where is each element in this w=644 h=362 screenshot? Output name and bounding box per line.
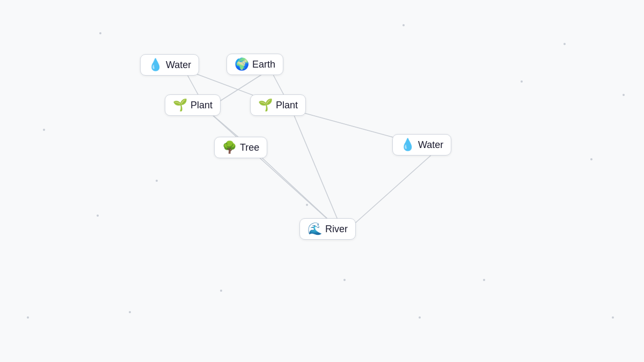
edge-line — [343, 150, 438, 234]
node-plant1[interactable]: 🌱Plant — [165, 94, 221, 116]
decorative-dot — [306, 204, 308, 206]
node-water2[interactable]: 💧Water — [392, 134, 451, 156]
plant1-icon: 🌱 — [173, 99, 187, 111]
decorative-dot — [590, 158, 592, 160]
decorative-dot — [623, 94, 625, 96]
node-plant2[interactable]: 🌱Plant — [250, 94, 306, 116]
river1-icon: 🌊 — [308, 223, 322, 235]
decorative-dot — [43, 129, 45, 131]
decorative-dot — [564, 43, 566, 45]
plant2-label: Plant — [276, 100, 298, 111]
water2-label: Water — [418, 139, 443, 151]
decorative-dot — [129, 311, 131, 313]
decorative-dot — [343, 279, 346, 281]
decorative-dot — [220, 290, 222, 292]
river1-label: River — [325, 224, 348, 235]
edges-svg — [0, 0, 644, 362]
node-water1[interactable]: 💧Water — [140, 54, 199, 76]
water1-label: Water — [166, 60, 191, 71]
decorative-dot — [483, 279, 485, 281]
tree1-icon: 🌳 — [222, 142, 237, 153]
tree1-label: Tree — [240, 142, 259, 153]
decorative-dot — [419, 316, 421, 319]
plant2-icon: 🌱 — [258, 99, 273, 111]
decorative-dot — [402, 24, 405, 26]
node-tree1[interactable]: 🌳Tree — [214, 137, 267, 158]
plant1-label: Plant — [191, 100, 213, 111]
decorative-dot — [521, 80, 523, 83]
node-river1[interactable]: 🌊River — [299, 218, 356, 240]
node-earth1[interactable]: 🌍Earth — [226, 54, 283, 75]
decorative-dot — [99, 32, 101, 34]
decorative-dot — [27, 316, 29, 319]
decorative-dot — [97, 215, 99, 217]
water1-icon: 💧 — [148, 59, 163, 71]
decorative-dot — [612, 316, 614, 319]
edge-line — [292, 110, 344, 234]
decorative-dot — [156, 180, 158, 182]
water2-icon: 💧 — [400, 139, 415, 151]
earth1-icon: 🌍 — [235, 58, 249, 70]
edge-line — [207, 110, 344, 234]
earth1-label: Earth — [252, 59, 275, 70]
